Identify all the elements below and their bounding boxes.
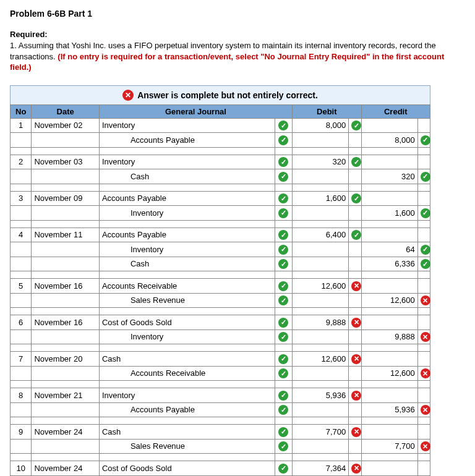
cell-account[interactable]: Cash: [99, 169, 275, 184]
journal-row: 7November 20Cash12,600: [11, 352, 430, 367]
cell-date[interactable]: [32, 439, 99, 454]
cell-account[interactable]: Inventory: [99, 329, 275, 344]
cell-date[interactable]: [32, 169, 99, 184]
journal-row: Inventory64: [11, 242, 430, 257]
cell-account[interactable]: Accounts Receivable: [99, 279, 275, 294]
cell-credit[interactable]: 8,000: [361, 133, 417, 148]
cell-credit[interactable]: [361, 315, 417, 330]
cell-debit[interactable]: [293, 133, 349, 148]
cell-account[interactable]: Sales Revenue: [99, 439, 275, 454]
cell-credit[interactable]: 6,336: [361, 257, 417, 271]
cell-debit-mark: [349, 227, 361, 242]
cell-date[interactable]: November 24: [32, 461, 99, 476]
cell-credit[interactable]: 7,700: [361, 439, 417, 454]
cell-account[interactable]: Accounts Payable: [99, 133, 275, 148]
cell-date[interactable]: [32, 242, 99, 257]
cell-debit-mark: [349, 366, 361, 381]
cell-credit[interactable]: [361, 227, 417, 242]
cell-account[interactable]: Inventory: [99, 242, 275, 257]
cell-date[interactable]: November 16: [32, 279, 99, 294]
cell-account[interactable]: Accounts Payable: [99, 227, 275, 242]
cell-account[interactable]: Cost of Goods Sold: [99, 315, 275, 330]
cell-account-mark: [275, 279, 292, 294]
cell-date[interactable]: [32, 402, 99, 417]
cell-account[interactable]: Inventory: [99, 155, 275, 169]
cell-no: [11, 257, 32, 271]
cell-debit[interactable]: 12,600: [293, 279, 349, 294]
cell-date[interactable]: [32, 366, 99, 381]
cell-account[interactable]: Cash: [99, 352, 275, 367]
cell-date[interactable]: November 03: [32, 155, 99, 169]
cell-debit-mark: [349, 352, 361, 367]
cell-credit[interactable]: [361, 388, 417, 403]
cell-credit[interactable]: 12,600: [361, 366, 417, 381]
cell-account[interactable]: Cash: [99, 425, 275, 440]
cell-account[interactable]: Accounts Receivable: [99, 366, 275, 381]
spacer-row: [11, 308, 430, 315]
cell-credit[interactable]: [361, 352, 417, 367]
spacer-row: [11, 147, 430, 155]
check-icon: [278, 441, 288, 451]
cell-credit[interactable]: 12,600: [361, 293, 417, 308]
cell-date[interactable]: November 09: [32, 191, 99, 206]
cell-debit[interactable]: [293, 366, 349, 381]
cell-debit-mark: [349, 169, 361, 184]
cell-date[interactable]: November 16: [32, 315, 99, 330]
cell-credit[interactable]: [361, 191, 417, 206]
cell-debit[interactable]: 12,600: [293, 352, 349, 367]
x-icon: [351, 391, 361, 401]
cell-debit[interactable]: 7,364: [293, 461, 349, 476]
cell-date[interactable]: [32, 293, 99, 308]
cell-account[interactable]: Inventory: [99, 388, 275, 403]
cell-account-mark: [275, 257, 292, 271]
cell-credit[interactable]: 64: [361, 242, 417, 257]
cell-debit[interactable]: [293, 169, 349, 184]
cell-account-mark: [275, 366, 292, 381]
cell-account-mark: [275, 425, 292, 440]
cell-credit-mark: [417, 461, 430, 476]
cell-date[interactable]: November 21: [32, 388, 99, 403]
cell-account[interactable]: Inventory: [99, 206, 275, 221]
cell-debit[interactable]: [293, 206, 349, 221]
cell-debit[interactable]: [293, 439, 349, 454]
cell-date[interactable]: [32, 133, 99, 148]
cell-account[interactable]: Sales Revenue: [99, 293, 275, 308]
cell-account[interactable]: Cost of Goods Sold: [99, 461, 275, 476]
cell-account[interactable]: Accounts Payable: [99, 191, 275, 206]
cell-account[interactable]: Cash: [99, 257, 275, 271]
cell-date[interactable]: [32, 257, 99, 271]
cell-credit[interactable]: [361, 425, 417, 440]
cell-debit[interactable]: [293, 293, 349, 308]
cell-debit[interactable]: [293, 329, 349, 344]
cell-date[interactable]: November 02: [32, 118, 99, 133]
cell-debit[interactable]: 9,888: [293, 315, 349, 330]
cell-credit[interactable]: 5,936: [361, 402, 417, 417]
cell-account[interactable]: Inventory: [99, 118, 275, 133]
x-icon: [351, 281, 361, 291]
cell-debit[interactable]: [293, 257, 349, 271]
cell-debit[interactable]: 6,400: [293, 227, 349, 242]
cell-debit[interactable]: [293, 402, 349, 417]
cell-credit[interactable]: 9,888: [361, 329, 417, 344]
cell-credit[interactable]: 320: [361, 169, 417, 184]
cell-debit[interactable]: 7,700: [293, 425, 349, 440]
journal-row: Inventory1,600: [11, 206, 430, 221]
cell-debit[interactable]: [293, 242, 349, 257]
cell-credit[interactable]: [361, 118, 417, 133]
cell-credit[interactable]: 1,600: [361, 206, 417, 221]
cell-credit[interactable]: [361, 279, 417, 294]
cell-date[interactable]: [32, 206, 99, 221]
cell-date[interactable]: November 11: [32, 227, 99, 242]
check-icon: [278, 464, 288, 474]
cell-debit[interactable]: 1,600: [293, 191, 349, 206]
cell-date[interactable]: November 24: [32, 425, 99, 440]
cell-credit[interactable]: [361, 155, 417, 169]
cell-credit[interactable]: [361, 461, 417, 476]
cell-debit[interactable]: 5,936: [293, 388, 349, 403]
cell-date[interactable]: [32, 329, 99, 344]
cell-date[interactable]: November 20: [32, 352, 99, 367]
cell-account[interactable]: Accounts Payable: [99, 402, 275, 417]
cell-debit[interactable]: 320: [293, 155, 349, 169]
cell-debit[interactable]: 8,000: [293, 118, 349, 133]
check-icon: [278, 121, 288, 130]
